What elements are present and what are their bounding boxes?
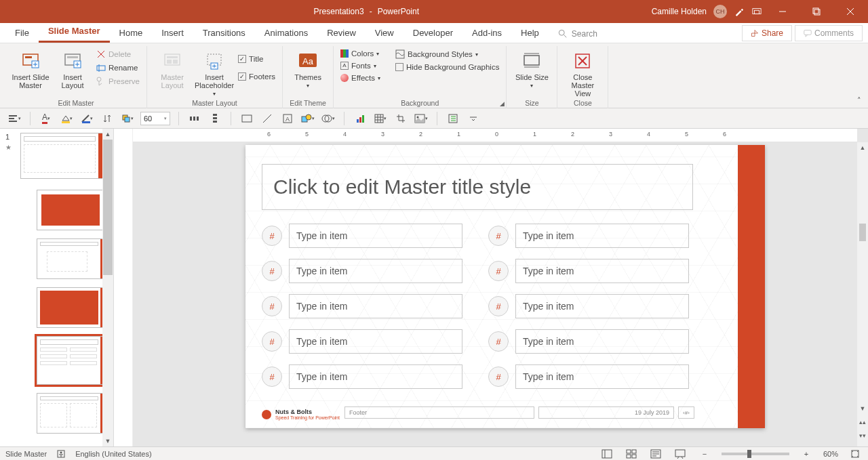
insert-placeholder-button[interactable]: Insert Placeholder ▾ — [195, 49, 234, 97]
number-placeholder[interactable]: # — [262, 261, 282, 281]
slideshow-view-button[interactable] — [673, 448, 688, 460]
number-placeholder[interactable]: # — [488, 261, 509, 281]
slide-layout[interactable]: Click to edit Master title style # Type … — [245, 145, 765, 428]
fill-color-button[interactable]: ▾ — [59, 111, 74, 126]
next-slide-icon[interactable]: ▾▾ — [857, 430, 868, 441]
date-placeholder[interactable]: 19 July 2019 — [538, 406, 674, 419]
canvas-scrollbar[interactable]: ▲ ▼ ▴▴ ▾▾ — [857, 142, 868, 446]
merge-shapes-button[interactable]: ▾ — [321, 111, 336, 126]
font-color-button[interactable]: A▾ — [39, 111, 54, 126]
number-placeholder[interactable]: # — [488, 367, 509, 387]
distribute-h-button[interactable] — [187, 111, 202, 126]
thumbnail-scrollbar[interactable]: ▲ ▼ — [102, 129, 113, 446]
scroll-up-icon[interactable]: ▲ — [857, 142, 868, 153]
master-thumbnail[interactable] — [20, 133, 103, 179]
text-placeholder[interactable]: Type in item — [515, 294, 689, 318]
layout-thumbnail-5[interactable] — [37, 393, 104, 434]
user-avatar[interactable]: CH — [713, 5, 727, 18]
number-placeholder[interactable]: # — [488, 226, 509, 246]
number-placeholder[interactable]: # — [488, 331, 509, 352]
fonts-button[interactable]: A Fonts▾ — [339, 61, 382, 70]
scroll-down-icon[interactable]: ▼ — [857, 403, 868, 414]
normal-view-button[interactable] — [599, 448, 614, 460]
zoom-out-button[interactable]: − — [697, 448, 712, 460]
selection-pane-button[interactable] — [446, 111, 460, 126]
chart-button[interactable] — [353, 111, 368, 126]
status-language[interactable]: English (United States) — [75, 450, 152, 458]
zoom-in-button[interactable]: + — [799, 448, 814, 460]
comments-button[interactable]: Comments — [795, 25, 863, 41]
tab-insert[interactable]: Insert — [152, 24, 193, 43]
scroll-thumb[interactable] — [859, 224, 866, 241]
reading-view-button[interactable] — [648, 448, 663, 460]
crop-button[interactable] — [393, 111, 408, 126]
slide-sorter-view-button[interactable] — [624, 448, 639, 460]
background-styles-button[interactable]: Background Styles▾ — [394, 49, 500, 60]
colors-button[interactable]: Colors▾ — [339, 49, 382, 58]
text-placeholder[interactable]: Type in item — [289, 259, 462, 283]
item-placeholder-right-2[interactable]: # Type in item — [488, 259, 689, 283]
layout-thumbnail-3[interactable] — [37, 287, 104, 328]
insert-slide-master-button[interactable]: Insert Slide Master — [11, 49, 50, 89]
text-placeholder[interactable]: Type in item — [515, 259, 689, 283]
scroll-up-icon[interactable]: ▲ — [102, 129, 113, 140]
prev-slide-icon[interactable]: ▴▴ — [857, 417, 868, 427]
number-placeholder[interactable]: # — [262, 367, 282, 387]
footer-placeholder[interactable]: Footer — [344, 406, 534, 419]
text-placeholder[interactable]: Type in item — [515, 329, 689, 354]
tab-help[interactable]: Help — [511, 24, 549, 43]
item-placeholder-right-5[interactable]: # Type in item — [488, 364, 689, 389]
fit-to-window-button[interactable] — [848, 448, 863, 460]
scroll-down-icon[interactable]: ▼ — [102, 436, 113, 446]
rectangle-shape-button[interactable] — [239, 111, 254, 126]
title-checkbox[interactable]: ✓Title — [237, 54, 277, 64]
distribute-v-button[interactable] — [208, 111, 222, 126]
tab-transitions[interactable]: Transitions — [193, 24, 255, 43]
share-button[interactable]: Share — [742, 25, 792, 41]
item-placeholder-left-1[interactable]: # Type in item — [262, 224, 462, 248]
number-placeholder[interactable]: # — [488, 296, 509, 316]
arrange-button[interactable]: ▾ — [120, 111, 135, 126]
item-placeholder-right-3[interactable]: # Type in item — [488, 294, 689, 318]
item-placeholder-right-4[interactable]: # Type in item — [488, 329, 689, 354]
title-placeholder[interactable]: Click to edit Master title style — [262, 164, 693, 210]
number-placeholder[interactable]: # — [262, 226, 282, 246]
zoom-level[interactable]: 60% — [823, 450, 838, 458]
tab-animations[interactable]: Animations — [255, 24, 317, 43]
outline-color-button[interactable]: ▾ — [79, 111, 94, 126]
minimize-button[interactable] — [769, 0, 796, 23]
zoom-slider[interactable] — [722, 453, 789, 455]
layout-thumbnail-2[interactable] — [37, 238, 104, 279]
line-shape-button[interactable] — [260, 111, 275, 126]
themes-button[interactable]: Aa Themes ▾ — [288, 49, 328, 89]
more-commands-button[interactable] — [466, 111, 481, 126]
tab-file[interactable]: File — [5, 24, 39, 43]
table-button[interactable]: ▾ — [373, 111, 388, 126]
text-placeholder[interactable]: Type in item — [289, 294, 462, 318]
maximize-button[interactable] — [803, 0, 830, 23]
collapse-ribbon-button[interactable]: ˄ — [857, 96, 861, 105]
effects-button[interactable]: Effects▾ — [339, 73, 382, 83]
tab-slide-master[interactable]: Slide Master — [39, 22, 110, 43]
display-settings-icon[interactable] — [751, 6, 762, 17]
text-box-button[interactable]: A — [280, 111, 295, 126]
number-placeholder[interactable]: # — [262, 296, 282, 316]
item-placeholder-right-1[interactable]: # Type in item — [488, 224, 689, 248]
delete-button[interactable]: Delete — [95, 49, 141, 60]
tab-developer[interactable]: Developer — [403, 24, 462, 43]
accessibility-icon[interactable] — [56, 449, 66, 459]
slide-number-placeholder[interactable]: ‹#› — [678, 406, 694, 419]
tab-review[interactable]: Review — [317, 24, 366, 43]
align-button[interactable]: ▾ — [7, 111, 22, 126]
footers-checkbox[interactable]: ✓Footers — [237, 72, 277, 81]
text-placeholder[interactable]: Type in item — [515, 224, 689, 248]
zoom-knob[interactable] — [747, 450, 751, 458]
dialog-launcher-icon[interactable]: ◢ — [500, 100, 505, 107]
tab-addins[interactable]: Add-ins — [462, 24, 511, 43]
layout-thumbnail-1[interactable] — [37, 190, 104, 230]
scroll-thumb[interactable] — [103, 140, 113, 275]
picture-button[interactable]: ▾ — [414, 111, 429, 126]
close-master-view-button[interactable]: Close Master View — [563, 49, 602, 98]
font-size-input[interactable]: 60▾ — [140, 112, 170, 125]
item-placeholder-left-5[interactable]: # Type in item — [262, 364, 462, 389]
